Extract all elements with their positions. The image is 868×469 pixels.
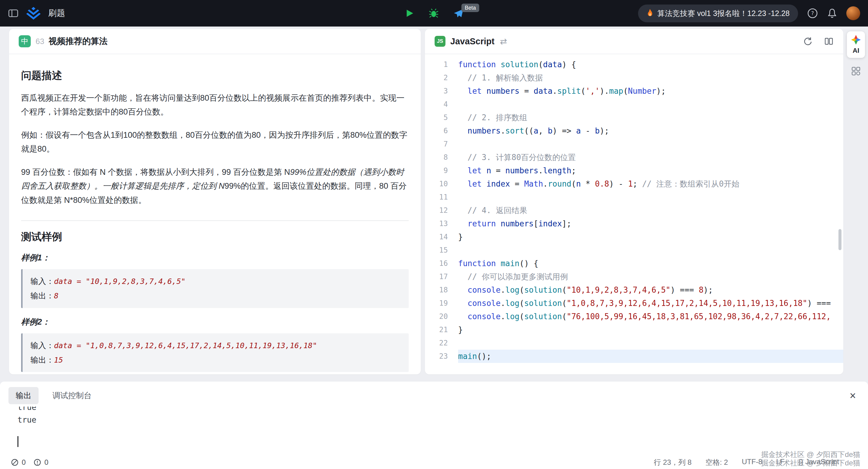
code-line[interactable]: 12 // 4. 返回结果 xyxy=(425,204,843,217)
code-lines: 1function solution(data) {2 // 1. 解析输入数据… xyxy=(425,58,843,363)
close-console-button[interactable]: × xyxy=(849,390,856,401)
code-line[interactable]: 22 xyxy=(425,336,843,350)
code-line[interactable]: 7 xyxy=(425,137,843,151)
reset-code-button[interactable] xyxy=(803,36,812,46)
line-number: 23 xyxy=(425,350,458,363)
code-line[interactable]: 17 // 你可以添加更多测试用例 xyxy=(425,270,843,283)
notifications-button[interactable] xyxy=(827,8,837,19)
code-line[interactable]: 9 let n = numbers.length; xyxy=(425,164,843,177)
status-items: 行 23，列 8空格: 2UTF-8LF{} JavaScript xyxy=(654,458,857,467)
error-count: 0 xyxy=(22,458,26,467)
refresh-icon xyxy=(803,36,812,46)
code-line[interactable]: 8 // 3. 计算80百分位数的位置 xyxy=(425,151,843,164)
sidebar-toggle-button[interactable] xyxy=(8,8,19,19)
code-text: console.log(solution("76,100,5,99,16,45,… xyxy=(458,310,843,323)
sample-label: 样例2： xyxy=(21,316,409,327)
sample-input-value: data = "1,0,8,7,3,9,12,6,4,15,17,2,14,5,… xyxy=(54,341,317,350)
problem-paragraphs: 西瓜视频正在开发一个新功能，旨在将访问量达到80百分位数以上的视频展示在首页的推… xyxy=(21,91,409,207)
language-switch-button[interactable]: ⇄ xyxy=(500,36,507,46)
diff-view-button[interactable] xyxy=(824,36,834,46)
tab-output[interactable]: 输出 xyxy=(8,387,38,404)
status-bar: 0 0 行 23，列 8空格: 2UTF-8LF{} JavaScript xyxy=(0,456,868,469)
code-line[interactable]: 18 console.log(solution("10,1,9,2,8,3,7,… xyxy=(425,283,843,296)
code-text xyxy=(458,98,843,111)
code-line[interactable]: 4 xyxy=(425,98,843,111)
contest-banner[interactable]: 算法竞技赛 vol1 3报名啦！12.23 -12.28 xyxy=(638,4,798,22)
problem-number: 63 xyxy=(36,37,44,46)
code-line[interactable]: 13 return numbers[index]; xyxy=(425,217,843,230)
code-line[interactable]: 19 console.log(solution("1,0,8,7,3,9,12,… xyxy=(425,296,843,310)
code-line[interactable]: 16function main() { xyxy=(425,257,843,270)
code-line[interactable]: 23main(); xyxy=(425,350,843,363)
code-line[interactable]: 21} xyxy=(425,323,843,336)
line-number: 3 xyxy=(425,84,458,98)
debug-button[interactable] xyxy=(429,8,439,19)
sample-input-value: data = "10,1,9,2,8,3,7,4,6,5" xyxy=(54,277,186,286)
line-number: 8 xyxy=(425,151,458,164)
problem-header: 中 63 视频推荐的算法 xyxy=(9,29,421,54)
code-editor[interactable]: 1function solution(data) {2 // 1. 解析输入数据… xyxy=(425,54,843,363)
code-text: } xyxy=(458,323,843,336)
juejin-logo-icon xyxy=(26,7,41,20)
tab-debug-console[interactable]: 调试控制台 xyxy=(53,387,92,404)
line-number: 18 xyxy=(425,283,458,296)
problem-paragraph: 西瓜视频正在开发一个新功能，旨在将访问量达到80百分位数以上的视频展示在首页的推… xyxy=(21,91,409,119)
paragraph-segment: 例如：假设有一个包含从1到100的整数数组，80百分位数的值为80，因为按升序排… xyxy=(21,130,407,153)
code-text: function solution(data) { xyxy=(458,58,843,71)
code-line[interactable]: 3 let numbers = data.split(',').map(Numb… xyxy=(425,84,843,98)
paragraph-segment: 99 百分位数：假如有 N 个数据，将数据从小到大排列，99 百分位数是第 N xyxy=(21,167,290,177)
question-icon: ? xyxy=(807,8,818,19)
status-item: UTF-8 xyxy=(742,458,762,467)
output-lines: truetrue xyxy=(18,407,868,427)
contest-banner-text: 算法竞技赛 vol1 3报名啦！12.23 -12.28 xyxy=(657,8,789,19)
code-line[interactable]: 2 // 1. 解析输入数据 xyxy=(425,71,843,84)
app-title: 刷题 xyxy=(48,7,65,19)
ai-sparkle-icon xyxy=(851,35,861,44)
javascript-logo-icon: JS xyxy=(435,36,445,47)
status-item: {} JavaScript xyxy=(798,458,839,467)
warnings-icon xyxy=(33,459,41,466)
run-button[interactable] xyxy=(404,8,414,18)
juejin-logo[interactable] xyxy=(26,7,41,20)
right-rail: AI xyxy=(844,31,868,77)
code-line[interactable]: 5 // 2. 排序数组 xyxy=(425,111,843,124)
code-text: numbers.sort((a, b) => a - b); xyxy=(458,124,843,137)
editor-scrollbar[interactable] xyxy=(838,229,841,250)
description-heading: 问题描述 xyxy=(21,69,409,83)
line-number: 2 xyxy=(425,71,458,84)
line-number: 15 xyxy=(425,244,458,257)
sample-output-row: 输出：8 xyxy=(30,288,401,303)
language-selector[interactable]: JavaScript xyxy=(450,36,495,46)
code-text: // 1. 解析输入数据 xyxy=(458,71,843,84)
plugin-button[interactable] xyxy=(851,66,861,77)
status-item: 行 23，列 8 xyxy=(654,458,691,467)
line-number: 16 xyxy=(425,257,458,270)
ai-assistant-button[interactable]: AI xyxy=(847,31,865,58)
code-line[interactable]: 6 numbers.sort((a, b) => a - b); xyxy=(425,124,843,137)
code-line[interactable]: 15 xyxy=(425,244,843,257)
code-line[interactable]: 10 let index = Math.round(n * 0.8) - 1; … xyxy=(425,177,843,190)
terminal-cursor xyxy=(18,436,19,447)
help-button[interactable]: ? xyxy=(807,8,818,19)
avatar[interactable] xyxy=(846,6,860,20)
code-line[interactable]: 20 console.log(solution("76,100,5,99,16,… xyxy=(425,310,843,323)
code-text: } xyxy=(458,230,843,244)
line-number: 14 xyxy=(425,230,458,244)
line-number: 10 xyxy=(425,177,458,190)
difficulty-badge: 中 xyxy=(19,35,31,47)
code-text: // 3. 计算80百分位数的位置 xyxy=(458,151,843,164)
code-text xyxy=(458,190,843,204)
console-panel: 输出 调试控制台 × truetrue 0 0 行 23，列 8空格: 2UTF… xyxy=(0,382,868,469)
line-number: 21 xyxy=(425,323,458,336)
sample-block: 输入：data = "10,1,9,2,8,3,7,4,6,5"输出：8 xyxy=(21,269,409,308)
code-line[interactable]: 11 xyxy=(425,190,843,204)
line-number: 5 xyxy=(425,111,458,124)
problem-body: 问题描述 西瓜视频正在开发一个新功能，旨在将访问量达到80百分位数以上的视频展示… xyxy=(9,54,421,372)
editor-header: JS JavaScript ⇄ xyxy=(425,29,843,54)
console-tabs: 输出 调试控制台 × xyxy=(0,382,868,406)
console-output[interactable]: truetrue xyxy=(0,406,868,447)
code-line[interactable]: 1function solution(data) { xyxy=(425,58,843,71)
line-number: 17 xyxy=(425,270,458,283)
code-line[interactable]: 14} xyxy=(425,230,843,244)
ai-label: AI xyxy=(852,47,859,55)
